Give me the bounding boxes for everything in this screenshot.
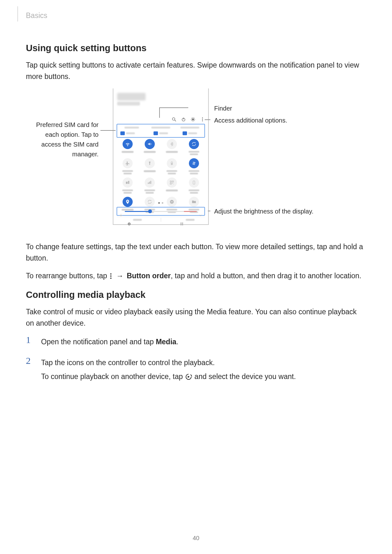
figure-quick-settings: Finder Access additional options. Prefer… <box>26 88 366 234</box>
heading-quick-settings: Using quick setting buttons <box>26 41 366 55</box>
step-1: 1 Open the notification panel and tap Me… <box>26 335 366 350</box>
qs-tile-auto-rotate[interactable] <box>183 139 205 155</box>
step-2: 2 Tap the icons on the controller to con… <box>26 356 366 385</box>
qs-label <box>189 190 199 194</box>
mobile-hotspot-icon[interactable] <box>123 178 133 188</box>
margin-mark <box>17 6 18 21</box>
qr-scanner-icon[interactable] <box>167 178 177 188</box>
svg-rect-23 <box>193 181 195 184</box>
mobile-data-icon[interactable] <box>189 158 199 168</box>
section-name: Basics <box>26 10 47 21</box>
svg-line-10 <box>194 120 195 121</box>
qs-label <box>122 151 134 153</box>
svg-rect-20 <box>170 183 172 184</box>
performance-icon[interactable] <box>145 178 155 188</box>
more-icon <box>109 273 113 279</box>
devices-chip[interactable] <box>180 218 195 222</box>
intro-paragraph: Tap quick setting buttons to activate ce… <box>26 60 366 82</box>
callout-finder: Finder <box>214 104 232 113</box>
svg-rect-33 <box>180 223 181 224</box>
para-media-intro: Take control of music or video playback … <box>26 306 366 329</box>
phone-mock <box>113 88 209 225</box>
svg-point-4 <box>192 119 194 120</box>
svg-line-9 <box>191 118 192 119</box>
qs-tile-flight-mode[interactable] <box>117 158 139 174</box>
svg-point-26 <box>120 215 122 216</box>
secure-folder-icon[interactable] <box>189 197 199 207</box>
power-saving-icon[interactable] <box>167 158 177 168</box>
sound-icon[interactable] <box>145 139 155 149</box>
qs-label <box>166 151 178 153</box>
flashlight-icon[interactable] <box>145 158 155 168</box>
qs-tile-bluetooth[interactable] <box>161 139 183 155</box>
svg-point-39 <box>110 277 112 279</box>
flight-mode-icon[interactable] <box>123 158 133 168</box>
qs-label <box>189 170 199 174</box>
gear-icon[interactable] <box>190 117 196 122</box>
para-change-settings: To change feature settings, tap the text… <box>26 241 366 264</box>
qs-label <box>166 170 177 174</box>
more-icon[interactable] <box>200 117 205 122</box>
svg-point-38 <box>110 275 112 277</box>
qs-tile-wifi[interactable] <box>117 139 139 155</box>
status-time-blurred <box>117 93 146 100</box>
svg-rect-17 <box>172 163 172 165</box>
power-icon[interactable] <box>181 117 186 122</box>
devices-icon <box>180 218 184 222</box>
qs-label <box>189 151 199 155</box>
qs-tile-dark-mode[interactable] <box>183 178 205 194</box>
svg-marker-41 <box>188 376 190 378</box>
svg-rect-35 <box>180 224 181 225</box>
svg-rect-34 <box>182 223 183 224</box>
svg-point-15 <box>202 121 203 122</box>
qs-tile-mobile-hotspot[interactable] <box>117 178 139 194</box>
cast-play-icon <box>185 374 192 380</box>
svg-rect-25 <box>171 202 173 202</box>
step-number: 2 <box>26 356 33 385</box>
dnd-icon[interactable] <box>167 197 177 207</box>
qs-tile-performance[interactable] <box>139 178 161 194</box>
chevron-down-icon[interactable] <box>199 209 202 213</box>
qs-label <box>144 170 156 172</box>
svg-line-11 <box>191 120 192 121</box>
qs-label <box>122 190 133 194</box>
brightness-slider[interactable] <box>117 207 205 216</box>
svg-point-14 <box>202 119 203 120</box>
callout-options: Access additional options. <box>214 116 287 125</box>
qs-label <box>122 170 133 174</box>
qs-tile-power-saving[interactable] <box>161 158 183 174</box>
media-chip[interactable] <box>127 218 142 222</box>
brightness-low-icon <box>119 209 123 213</box>
dark-mode-icon[interactable] <box>189 178 199 188</box>
page-number: 40 <box>0 533 392 543</box>
qs-tile-qr-scanner[interactable] <box>161 178 183 194</box>
quick-settings-grid <box>117 139 205 213</box>
panel-top-icons <box>172 117 205 122</box>
qs-tile-mobile-data[interactable] <box>183 158 205 174</box>
qs-label <box>144 190 155 194</box>
auto-rotate-icon[interactable] <box>189 139 199 149</box>
callout-sim: Preferred SIM card for each option. Tap … <box>26 120 99 159</box>
sync-icon[interactable] <box>145 197 155 207</box>
svg-rect-22 <box>173 184 173 184</box>
qs-tile-sound[interactable] <box>139 139 161 155</box>
para-rearrange: To rearrange buttons, tap → Button order… <box>26 270 366 282</box>
svg-point-13 <box>202 117 203 118</box>
svg-line-12 <box>194 118 195 119</box>
svg-rect-36 <box>182 224 183 225</box>
location-icon[interactable] <box>123 197 133 207</box>
wifi-icon[interactable] <box>123 139 133 149</box>
bluetooth-icon[interactable] <box>167 139 177 149</box>
qs-tile-flashlight[interactable] <box>139 158 161 174</box>
qs-label <box>166 190 178 191</box>
svg-rect-19 <box>172 181 173 182</box>
sim-card-bar[interactable] <box>117 124 205 138</box>
step-number: 1 <box>26 335 33 350</box>
svg-point-37 <box>110 273 112 274</box>
media-icon <box>127 218 131 222</box>
svg-point-0 <box>172 118 175 120</box>
heading-media-playback: Controlling media playback <box>26 288 366 302</box>
panel-bottom-bar <box>117 217 205 223</box>
search-icon[interactable] <box>172 117 177 122</box>
svg-rect-18 <box>170 181 172 182</box>
